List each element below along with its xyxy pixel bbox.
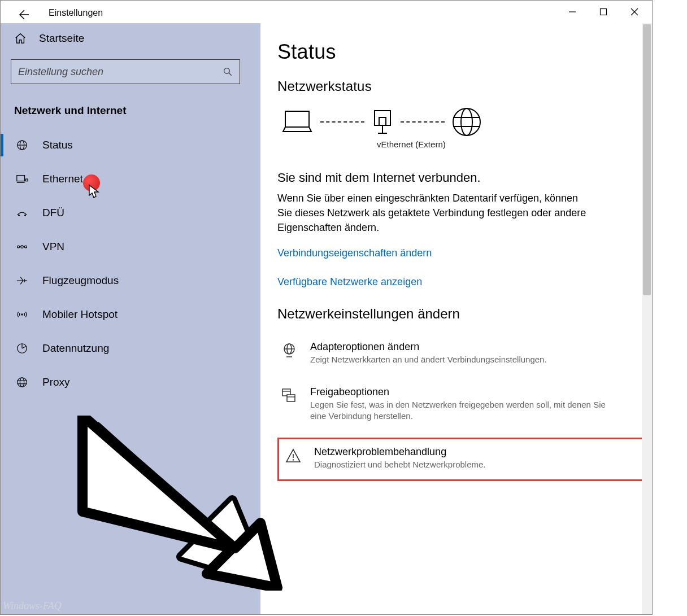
search-container [1,54,260,94]
highlight-annotation: Netzwerkproblembehandlung Diagnostiziert… [277,438,647,481]
svg-point-30 [461,108,472,136]
connected-description: Wenn Sie über einen eingeschränkten Date… [277,191,594,235]
titlebar: Einstellungen [1,1,652,23]
dialup-icon [14,205,30,221]
search-box[interactable] [11,59,240,84]
home-icon [14,32,27,45]
svg-point-21 [20,378,24,387]
sidebar-item-flightmode[interactable]: Flugzeugmodus [1,264,260,298]
option-adapter-options[interactable]: Adapteroptionen ändern Zeigt Netzwerkkar… [277,337,652,370]
warning-triangle-icon [284,446,303,465]
svg-rect-9 [17,176,25,181]
sidebar-item-hotspot[interactable]: Mobiler Hotspot [1,298,260,331]
adapter-label: vEthernet (Extern) [377,139,652,149]
sidebar-section-label: Netzwerk und Internet [1,94,260,128]
option-sharing-options[interactable]: Freigabeoptionen Legen Sie fest, was in … [277,382,652,427]
option-desc: Diagnostiziert und behebt Netzwerkproble… [314,459,486,470]
network-diagram [281,107,652,137]
sidebar-item-label: Mobiler Hotspot [42,308,118,321]
option-desc: Zeigt Netzwerkkarten an und ändert Verbi… [310,354,547,365]
cursor-icon [88,184,101,199]
option-title: Netzwerkproblembehandlung [314,446,486,458]
annotation-arrow [74,416,283,591]
close-button[interactable] [619,2,650,22]
scrollbar-thumb[interactable] [643,24,651,295]
adapter-options-icon [280,341,299,360]
sidebar-item-label: Datennutzung [42,342,109,355]
sidebar-item-label: DFÜ [42,207,64,219]
option-desc: Legen Sie fest, was in den Netzwerken fr… [310,399,615,422]
svg-rect-11 [25,179,28,181]
svg-point-20 [18,378,27,387]
sidebar-home-label: Startseite [39,32,84,45]
sidebar-item-label: Ethernet [42,173,83,185]
option-network-troubleshoot[interactable]: Netzwerkproblembehandlung Diagnostiziert… [281,442,643,475]
ethernet-adapter-icon [371,108,394,136]
window-title: Einstellungen [49,8,103,18]
page-title: Status [277,40,652,64]
link-change-properties[interactable]: Verbindungseigenschaften ändern [277,247,652,259]
svg-point-13 [24,215,26,216]
back-button[interactable] [12,6,34,23]
sharing-options-icon [280,386,299,405]
airplane-icon [14,273,30,289]
svg-rect-38 [287,395,295,401]
sidebar-item-dfu[interactable]: DFÜ [1,196,260,230]
content-pane: Status Netzwerkstatus [260,23,652,614]
option-title: Adapteroptionen ändern [310,341,547,353]
globe-icon [451,107,482,137]
svg-point-15 [24,246,27,248]
watermark: Windows-FAQ [3,600,62,612]
svg-rect-24 [285,111,309,127]
settings-window: Einstellungen Startseite [0,0,653,615]
svg-line-5 [229,73,232,76]
sidebar-item-label: Proxy [42,376,70,388]
proxy-icon [14,374,30,390]
close-icon [631,8,638,16]
maximize-button[interactable] [588,2,619,22]
arrow-left-icon [16,8,30,21]
minimize-icon [568,8,576,16]
network-status-heading: Netzwerkstatus [277,78,652,94]
hotspot-icon [14,307,30,322]
svg-point-12 [18,215,20,216]
scrollbar-track[interactable] [642,23,652,614]
minimize-button[interactable] [556,2,588,22]
ethernet-icon [14,171,30,187]
option-title: Freigabeoptionen [310,386,615,398]
sidebar-item-label: Status [42,139,73,151]
sidebar-item-vpn[interactable]: VPN [1,230,260,264]
datausage-icon [14,340,30,356]
svg-point-42 [293,459,294,460]
sidebar-item-proxy[interactable]: Proxy [1,365,260,399]
laptop-icon [281,109,314,135]
vpn-icon [14,239,30,255]
connected-heading: Sie sind mit dem Internet verbunden. [277,171,652,185]
sidebar-item-status[interactable]: Status [1,128,260,162]
sidebar-home[interactable]: Startseite [1,25,260,54]
svg-point-4 [224,68,230,74]
svg-point-29 [453,108,480,136]
svg-rect-26 [379,117,386,125]
svg-rect-17 [21,246,23,248]
change-settings-heading: Netzwerkeinstellungen ändern [277,306,652,322]
search-icon [223,67,233,77]
sidebar-item-datausage[interactable]: Datennutzung [1,331,260,365]
svg-point-14 [18,246,20,248]
sidebar-item-ethernet[interactable]: Ethernet [1,162,260,196]
maximize-icon [599,8,607,16]
svg-point-18 [21,313,23,315]
svg-rect-1 [600,9,606,15]
sidebar-item-label: Flugzeugmodus [42,274,119,287]
link-show-networks[interactable]: Verfügbare Netzwerke anzeigen [277,276,652,288]
globe-grid-icon [14,137,30,153]
search-input[interactable] [18,66,223,78]
sidebar-item-label: VPN [42,241,64,253]
